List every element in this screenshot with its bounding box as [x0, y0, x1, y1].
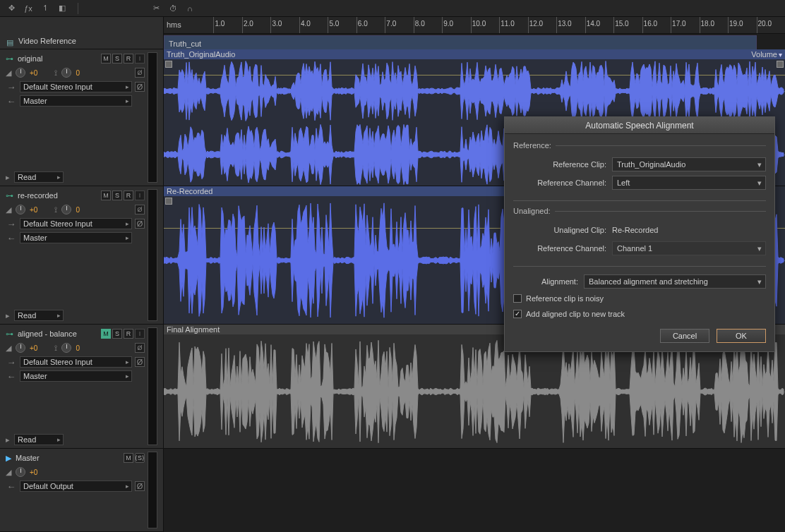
clip-name: Final Alignment: [167, 325, 220, 334]
mute-button[interactable]: M: [101, 329, 111, 339]
mute-button[interactable]: M: [101, 54, 111, 64]
unaligned-legend: Unaligned:: [513, 207, 555, 215]
alignment-label: Alignment:: [513, 277, 584, 286]
output-dropdown[interactable]: Master: [20, 232, 132, 243]
speech-alignment-dialog: Automatic Speech Alignment Reference: Re…: [504, 116, 775, 352]
clip-header[interactable]: Truth_OriginalAudio Volume ▾: [164, 49, 785, 59]
expand-icon[interactable]: ▸: [6, 435, 10, 445]
metronome-icon[interactable]: ⏱: [167, 3, 179, 14]
output-arrow-icon: ←: [6, 233, 17, 243]
balance-icon: ⟟: [54, 68, 57, 78]
gain-dial[interactable]: [61, 68, 71, 78]
pan-value[interactable]: +0: [30, 468, 37, 476]
unal-channel-dropdown: Channel 1: [612, 241, 766, 255]
reference-legend: Reference:: [513, 141, 556, 150]
pan-dial[interactable]: [16, 205, 25, 214]
master-icon: ▶: [6, 454, 11, 463]
record-button[interactable]: R: [124, 191, 133, 200]
pan-value[interactable]: +0: [30, 344, 37, 352]
input-dropdown[interactable]: Default Stereo Input: [20, 356, 132, 368]
solo-button[interactable]: ⟨S⟩: [135, 453, 145, 463]
record-button[interactable]: R: [124, 329, 133, 339]
volume-icon: ◢: [6, 468, 11, 477]
alignment-dropdown[interactable]: Balanced alignment and stretching: [584, 274, 766, 289]
video-reference-row: ▤ Video Reference: [0, 17, 163, 49]
input-dropdown[interactable]: Default Stereo Input: [20, 218, 132, 229]
waveform-icon: ⊶: [6, 191, 13, 200]
track-name[interactable]: aligned - balance: [18, 330, 77, 338]
mono-button[interactable]: Ø: [135, 219, 145, 229]
track-name[interactable]: re-recorded: [18, 191, 58, 200]
output-arrow-icon: ←: [6, 481, 17, 492]
unaligned-clip-value: Re-Recorded: [612, 226, 658, 234]
pan-dial[interactable]: [16, 467, 25, 477]
time-ruler[interactable]: hms 1.02.03.04.05.06.07.08.09.010.011.01…: [164, 17, 785, 34]
snap-icon[interactable]: ∩: [184, 3, 196, 14]
track-meter: [148, 52, 157, 183]
clip-header[interactable]: Re-Recorded: [164, 186, 505, 196]
gain-dial[interactable]: [61, 205, 71, 214]
top-toolbar: ✥ ƒx ↿ ◧ ✂ ⏱ ∩: [0, 0, 785, 17]
solo-button[interactable]: S: [112, 54, 122, 64]
input-arrow-icon: →: [6, 219, 17, 229]
gain-value[interactable]: 0: [76, 206, 80, 214]
ref-clip-label: Reference Clip:: [513, 160, 612, 169]
output-dropdown[interactable]: Master: [20, 370, 132, 382]
send-icon[interactable]: ↿: [40, 3, 51, 14]
cancel-button[interactable]: Cancel: [660, 329, 709, 343]
pan-dial[interactable]: [16, 68, 25, 78]
mono-button[interactable]: Ø: [135, 481, 145, 491]
balance-icon: ⟟: [54, 344, 57, 353]
solo-button[interactable]: S: [112, 191, 122, 200]
input-monitor-button[interactable]: I: [135, 191, 145, 200]
ok-button[interactable]: OK: [717, 329, 766, 343]
waveform-icon: ⊶: [6, 330, 13, 339]
track-header: ⊶ aligned - balance M S R I ◢ +0 ⟟: [0, 325, 163, 449]
input-monitor-button[interactable]: I: [135, 54, 145, 64]
fx-icon[interactable]: ƒx: [23, 3, 34, 14]
video-reference-label: Video Reference: [18, 37, 76, 45]
master-name[interactable]: Master: [16, 454, 40, 462]
track-list-panel: ▤ Video Reference ⊶ original M S R I ◢: [0, 17, 164, 532]
input-monitor-button[interactable]: I: [135, 329, 145, 339]
mono-button[interactable]: Ø: [135, 82, 145, 92]
unal-channel-label: Reference Channel:: [513, 244, 612, 253]
cut-tool-icon[interactable]: ✂: [150, 3, 162, 14]
pan-value[interactable]: +0: [30, 69, 37, 77]
film-icon: ▤: [4, 37, 16, 48]
mono-button[interactable]: Ø: [135, 357, 145, 367]
move-tool-icon[interactable]: ✥: [6, 3, 17, 14]
phase-button[interactable]: Ø: [135, 68, 145, 78]
expand-icon[interactable]: ▸: [6, 311, 10, 320]
input-dropdown[interactable]: Default Stereo Input: [20, 81, 132, 92]
automation-dropdown[interactable]: Read: [14, 171, 64, 183]
gain-value[interactable]: 0: [76, 344, 80, 352]
volume-chip[interactable]: Volume ▾: [751, 50, 782, 59]
ref-channel-dropdown[interactable]: Left: [612, 176, 766, 190]
track-name[interactable]: original: [18, 54, 42, 63]
pan-dial[interactable]: [16, 343, 25, 353]
solo-button[interactable]: S: [112, 329, 122, 339]
phase-button[interactable]: Ø: [135, 205, 145, 214]
pan-value[interactable]: +0: [30, 206, 37, 214]
output-dropdown[interactable]: Master: [20, 95, 132, 107]
ruler-unit: hms: [167, 20, 181, 29]
dialog-title[interactable]: Automatic Speech Alignment: [505, 117, 774, 134]
mute-button[interactable]: M: [101, 191, 111, 200]
newtrack-checkbox[interactable]: [513, 310, 522, 318]
eq-icon[interactable]: ◧: [56, 3, 68, 14]
gain-value[interactable]: 0: [76, 69, 80, 77]
master-track-header: ▶ Master M ⟨S⟩ ◢ +0 ← Default Output Ø: [0, 449, 163, 532]
ref-clip-dropdown[interactable]: Truth_OriginalAudio: [612, 157, 766, 171]
input-arrow-icon: →: [6, 82, 17, 92]
automation-dropdown[interactable]: Read: [14, 310, 64, 321]
mute-button[interactable]: M: [124, 453, 133, 463]
gain-dial[interactable]: [61, 343, 71, 353]
noisy-checkbox[interactable]: [513, 294, 522, 303]
phase-button[interactable]: Ø: [135, 343, 145, 353]
record-button[interactable]: R: [124, 54, 133, 64]
output-dropdown[interactable]: Default Output: [20, 480, 132, 492]
expand-icon[interactable]: ▸: [6, 173, 10, 182]
newtrack-label: Add aligned clip to new track: [526, 310, 625, 318]
automation-dropdown[interactable]: Read: [14, 434, 64, 445]
